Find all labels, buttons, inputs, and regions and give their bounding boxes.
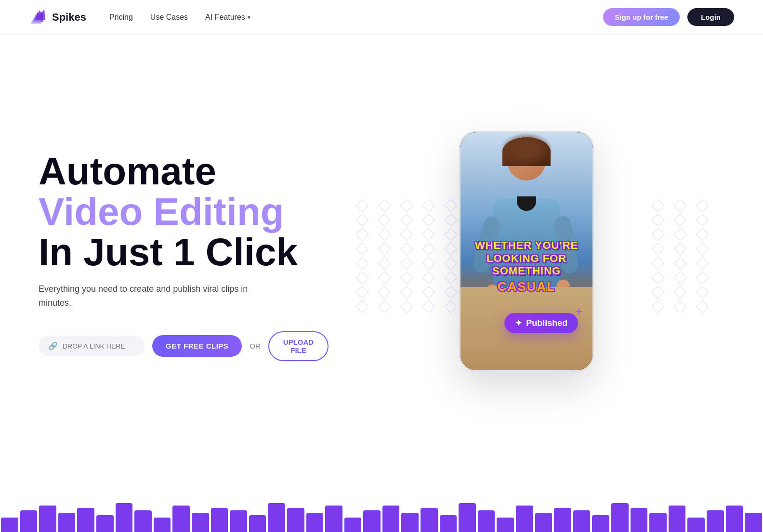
diamond-cell	[422, 271, 435, 285]
bottom-bar-item	[1, 518, 18, 532]
diamond-cell	[444, 271, 458, 285]
diamond-cell	[651, 213, 665, 227]
video-caption-accent: CASUAL	[471, 279, 583, 294]
diamond-cell	[400, 285, 413, 299]
diamond-cell	[378, 257, 391, 270]
bottom-bar-item	[306, 513, 324, 532]
diamond-cell	[696, 213, 709, 227]
nav-link-use-cases[interactable]: Use Cases	[150, 13, 188, 22]
diamond-cell	[696, 257, 709, 270]
hero-left: Automate Video Editing In Just 1 Click E…	[39, 151, 329, 361]
diamond-cell	[673, 213, 687, 227]
diamond-cell	[444, 242, 458, 256]
bottom-bar-item	[287, 508, 304, 532]
upload-file-button[interactable]: UPLOAD FILE	[268, 331, 329, 361]
bottom-bar-item	[116, 503, 133, 532]
bottom-bar-item	[707, 510, 724, 532]
published-icon: ✦	[515, 318, 522, 328]
diamond-cell	[651, 228, 665, 241]
diamond-cell	[355, 228, 369, 241]
diamond-cell	[378, 285, 391, 299]
hero-title-purple: Video Editing	[39, 192, 329, 232]
bottom-bar-item	[669, 506, 686, 532]
bottom-bar-item	[497, 518, 514, 532]
diamond-cell	[696, 285, 709, 299]
link-input[interactable]	[63, 342, 140, 350]
diamond-cell	[355, 257, 369, 270]
signup-button[interactable]: Sign up for free	[603, 8, 680, 26]
diamond-cell	[444, 228, 458, 241]
diamond-cell	[651, 300, 665, 313]
bottom-bar-item	[573, 510, 591, 532]
bottom-bar-item	[268, 503, 285, 532]
diamond-cell	[673, 300, 687, 313]
diamond-cell	[378, 300, 391, 313]
logo[interactable]: Spikes	[29, 8, 86, 26]
nav-link-ai-features[interactable]: AI Features ▾	[205, 13, 250, 22]
get-clips-button[interactable]: GET FREE CLIPS	[152, 335, 242, 357]
video-caption: WHETHER YOU'RE LOOKING FOR SOMETHING CAS…	[471, 239, 583, 294]
bottom-bar-item	[58, 513, 76, 532]
bottom-bar-item	[20, 510, 38, 532]
hero-section: Automate Video Editing In Just 1 Click E…	[0, 35, 763, 468]
diamond-cell	[400, 300, 413, 313]
bg-diamond-grid-left: (function(){ var container = document.cu…	[357, 201, 463, 311]
phone-frame: WHETHER YOU'RE LOOKING FOR SOMETHING CAS…	[459, 131, 594, 372]
link-icon: 🔗	[48, 341, 58, 350]
navbar: Spikes Pricing Use Cases AI Features ▾ S…	[0, 0, 763, 35]
bottom-bar-item	[611, 503, 629, 532]
bottom-bar-item	[631, 508, 648, 532]
diamond-cell	[696, 228, 709, 241]
diamond-cell	[696, 271, 709, 285]
diamond-cell	[355, 242, 369, 256]
link-input-wrapper[interactable]: 🔗	[39, 336, 145, 356]
bottom-bar-item	[554, 508, 571, 532]
diamond-cell	[422, 257, 435, 270]
diamond-cell	[422, 285, 435, 299]
bottom-bar-item	[745, 513, 762, 532]
diamond-cell	[378, 271, 391, 285]
published-badge: ✦ Published	[504, 313, 578, 333]
diamond-cell	[673, 285, 687, 299]
diamond-cell	[400, 257, 413, 270]
diamond-cell	[400, 228, 413, 241]
diamond-cell	[355, 285, 369, 299]
logo-icon	[29, 8, 47, 26]
diamond-cell	[651, 257, 665, 270]
diamond-cell	[422, 228, 435, 241]
diamond-cell	[400, 213, 413, 227]
bottom-bar-item	[39, 506, 56, 532]
diamond-cell	[444, 300, 458, 313]
nav-link-pricing[interactable]: Pricing	[109, 13, 133, 22]
published-label: Published	[526, 318, 567, 328]
nav-right: Sign up for free Login	[603, 8, 734, 26]
diamond-cell	[651, 285, 665, 299]
bottom-bar-item	[96, 515, 114, 532]
bottom-bar-item	[211, 508, 228, 532]
bottom-bar-item	[344, 518, 362, 532]
bottom-bar-item	[478, 510, 495, 532]
bottom-bar-item	[192, 513, 209, 532]
nav-left: Spikes Pricing Use Cases AI Features ▾	[29, 8, 250, 26]
bottom-bar-item	[172, 506, 190, 532]
diamond-cell	[696, 300, 709, 313]
bottom-bar-item	[516, 506, 533, 532]
login-button[interactable]: Login	[687, 8, 734, 26]
bottom-bar-item	[325, 506, 342, 532]
diamond-cell	[673, 199, 687, 212]
or-label: OR	[250, 342, 261, 350]
diamond-cell	[696, 199, 709, 212]
hero-subtitle: Everything you need to create and publis…	[39, 282, 270, 310]
hero-actions: 🔗 GET FREE CLIPS OR UPLOAD FILE	[39, 331, 329, 361]
bottom-bar-item	[421, 508, 438, 532]
diamond-cell	[651, 271, 665, 285]
diamond-cell	[400, 271, 413, 285]
diamond-cell	[378, 228, 391, 241]
diamond-cell	[673, 257, 687, 270]
bottom-bar-item	[649, 513, 667, 532]
diamond-cell	[422, 199, 435, 212]
diamond-cell	[355, 300, 369, 313]
bottom-bar-item	[230, 510, 247, 532]
bottom-bar-item	[134, 510, 152, 532]
phone-mockup: WHETHER YOU'RE LOOKING FOR SOMETHING CAS…	[459, 131, 594, 372]
